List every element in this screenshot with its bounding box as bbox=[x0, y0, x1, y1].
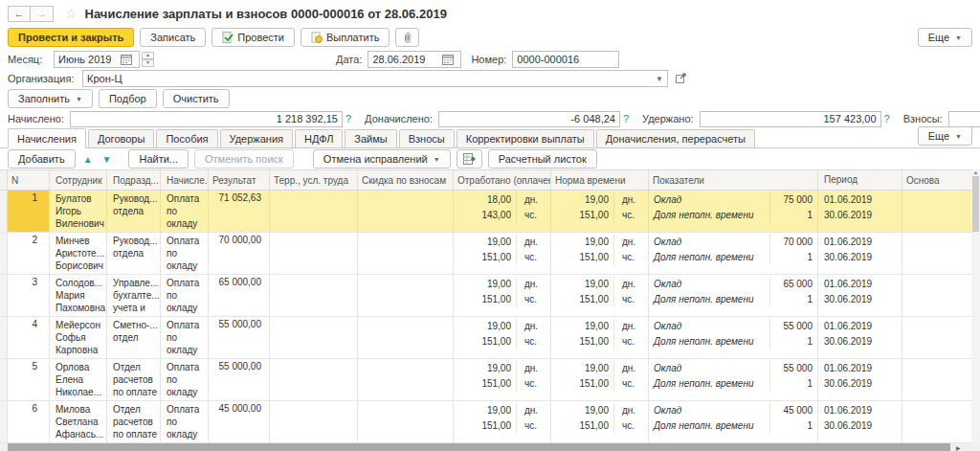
cell-result[interactable]: 55 000,00 bbox=[209, 359, 270, 400]
col-header-worked[interactable]: Отработано (оплачено) bbox=[454, 170, 551, 190]
tab-взносы[interactable]: Взносы bbox=[399, 129, 455, 147]
post-button[interactable]: Провести bbox=[212, 28, 295, 47]
cell-period[interactable]: 01.06.2019 30.06.2019 bbox=[818, 233, 902, 274]
cell-territory[interactable] bbox=[270, 191, 358, 232]
cell-employee[interactable]: Булатов Игорь Виленович bbox=[50, 191, 107, 232]
tab-займы[interactable]: Займы bbox=[345, 129, 396, 147]
save-button[interactable]: Записать bbox=[140, 28, 206, 47]
cell-territory[interactable] bbox=[270, 233, 358, 274]
cell-employee[interactable]: Солодов... Мария Пахомовна bbox=[50, 275, 107, 316]
cell-worked[interactable]: 19,00дн.151,00чс. bbox=[454, 359, 551, 400]
total-value[interactable]: 1 218 392,15 bbox=[70, 111, 343, 127]
table-row[interactable]: 4Мейерсон Софья КарповнаСметно-... отдел… bbox=[0, 317, 971, 359]
cell-worked[interactable]: 19,00дн.151,00чс. bbox=[454, 317, 551, 358]
cell-norm[interactable]: 19,00дн.151,00чс. bbox=[551, 317, 649, 358]
scroll-right-icon[interactable]: ▶ bbox=[956, 444, 961, 451]
cell-department[interactable]: Руковод... отдела bbox=[107, 191, 161, 232]
cell-territory[interactable] bbox=[270, 359, 358, 400]
horizontal-scroll-thumb[interactable] bbox=[8, 443, 950, 451]
help-question-icon[interactable]: ? bbox=[345, 113, 351, 124]
cell-period[interactable]: 01.06.2019 30.06.2019 bbox=[818, 191, 902, 232]
cell-territory[interactable] bbox=[270, 401, 358, 442]
cell-employee[interactable]: Минчев Аристоте... Борисович bbox=[50, 233, 107, 274]
col-header-territory[interactable]: Терр., усл. труда bbox=[270, 170, 358, 190]
tab-пособия[interactable]: Пособия bbox=[156, 129, 217, 147]
help-question-icon[interactable]: ? bbox=[623, 113, 629, 124]
open-link-icon[interactable] bbox=[676, 73, 687, 85]
cell-period[interactable]: 01.06.2019 30.06.2019 bbox=[818, 401, 902, 442]
more-button-top[interactable]: Еще▼ bbox=[918, 28, 972, 47]
cell-result[interactable]: 55 000,00 bbox=[209, 317, 270, 358]
col-header-discount[interactable]: Скидка по взносам bbox=[358, 170, 454, 190]
forward-arrow-icon[interactable]: → bbox=[31, 6, 54, 22]
table-row[interactable]: 1Булатов Игорь ВиленовичРуковод... отдел… bbox=[0, 191, 971, 233]
cell-norm[interactable]: 19,00дн.151,00чс. bbox=[551, 275, 649, 316]
col-header-employee[interactable]: Сотрудник bbox=[50, 170, 107, 190]
move-down-icon[interactable]: ▼ bbox=[100, 154, 114, 165]
date-calendar-icon[interactable] bbox=[442, 54, 456, 65]
table-row[interactable]: 2Минчев Аристоте... БорисовичРуковод... … bbox=[0, 233, 971, 275]
table-row[interactable]: 3Солодов... Мария ПахомовнаУправле... бу… bbox=[0, 275, 971, 317]
cell-discount[interactable] bbox=[358, 401, 454, 442]
attachments-button[interactable] bbox=[395, 28, 419, 47]
total-value[interactable]: 372 047,41 bbox=[948, 111, 980, 127]
cell-norm[interactable]: 19,00дн.151,00чс. bbox=[551, 191, 649, 232]
chevron-down-icon[interactable]: ▼ bbox=[653, 75, 666, 83]
cell-indicators[interactable]: Оклад55 000Доля неполн. времени1 bbox=[649, 359, 818, 400]
cell-n[interactable]: 2 bbox=[8, 233, 50, 274]
table-row[interactable]: 5Орлова Елена Николае...Отдел расчетов п… bbox=[0, 359, 971, 401]
cell-territory[interactable] bbox=[270, 275, 358, 316]
cell-discount[interactable] bbox=[358, 191, 454, 232]
cell-territory[interactable] bbox=[270, 317, 358, 358]
cell-n[interactable]: 6 bbox=[8, 401, 50, 442]
cell-worked[interactable]: 19,00дн.151,00чс. bbox=[454, 233, 551, 274]
cell-basis[interactable] bbox=[902, 191, 971, 232]
pay-slip-button[interactable]: Расчетный листок bbox=[488, 149, 597, 169]
cell-accrual[interactable]: Оплата по окладу bbox=[161, 401, 209, 442]
col-header-indicators[interactable]: Показатели bbox=[649, 170, 818, 190]
col-header-basis[interactable]: Основа bbox=[902, 170, 971, 190]
cell-basis[interactable] bbox=[902, 359, 971, 400]
cell-norm[interactable]: 19,00дн.151,00чс. bbox=[551, 359, 649, 400]
move-up-icon[interactable]: ▲ bbox=[81, 154, 95, 165]
cell-accrual[interactable]: Оплата по окладу bbox=[161, 317, 209, 358]
cell-indicators[interactable]: Оклад45 000Доля неполн. времени1 bbox=[649, 401, 818, 442]
tab-договоры[interactable]: Договоры bbox=[88, 129, 154, 147]
col-header-n[interactable]: N bbox=[8, 170, 50, 190]
horizontal-scrollbar[interactable]: ▶ bbox=[0, 443, 980, 451]
col-header-result[interactable]: Результат bbox=[209, 170, 270, 190]
month-stepper[interactable]: ▲▼ bbox=[142, 52, 154, 67]
cell-discount[interactable] bbox=[358, 317, 454, 358]
cell-n[interactable]: 4 bbox=[8, 317, 50, 358]
cell-basis[interactable] bbox=[902, 317, 971, 358]
back-arrow-icon[interactable]: ← bbox=[8, 6, 31, 22]
number-field[interactable] bbox=[512, 51, 619, 68]
organization-field[interactable] bbox=[82, 70, 668, 87]
tab-начисления[interactable]: Начисления bbox=[8, 128, 86, 148]
cell-n[interactable]: 5 bbox=[8, 359, 50, 400]
col-header-period[interactable]: Период bbox=[818, 170, 902, 190]
tab-ндфл[interactable]: НДФЛ bbox=[295, 129, 343, 147]
cell-indicators[interactable]: Оклад65 000Доля неполн. времени1 bbox=[649, 275, 818, 316]
cell-result[interactable]: 71 052,63 bbox=[209, 191, 270, 232]
tab-доначисления-перерасчеты[interactable]: Доначисления, перерасчеты bbox=[596, 129, 755, 147]
col-header-department[interactable]: Подразд... bbox=[107, 170, 161, 190]
help-question-icon[interactable]: ? bbox=[884, 113, 890, 124]
fill-button[interactable]: Заполнить▼ bbox=[8, 89, 93, 108]
calendar-icon[interactable] bbox=[121, 54, 134, 65]
cell-indicators[interactable]: Оклад75 000Доля неполн. времени1 bbox=[649, 191, 818, 232]
cell-employee[interactable]: Мейерсон Софья Карповна bbox=[50, 317, 107, 358]
col-header-norm[interactable]: Норма времени bbox=[551, 170, 649, 190]
more-button-tabs[interactable]: Еще▼ bbox=[918, 126, 972, 146]
cell-accrual[interactable]: Оплата по окладу bbox=[161, 359, 209, 400]
cell-norm[interactable]: 19,00дн.151,00чс. bbox=[551, 233, 649, 274]
cell-department[interactable]: Отдел расчетов по оплате труда bbox=[107, 401, 161, 442]
cell-worked[interactable]: 18,00дн.143,00чс. bbox=[454, 191, 551, 232]
clear-button[interactable]: Очистить bbox=[163, 89, 230, 108]
cell-employee[interactable]: Милова Светлана Афанась... bbox=[50, 401, 107, 442]
cell-period[interactable]: 01.06.2019 30.06.2019 bbox=[818, 359, 902, 400]
cell-accrual[interactable]: Оплата по окладу bbox=[161, 233, 209, 274]
cell-discount[interactable] bbox=[358, 359, 454, 400]
cell-basis[interactable] bbox=[902, 401, 971, 442]
scroll-up-icon[interactable]: ▲ bbox=[971, 169, 980, 175]
